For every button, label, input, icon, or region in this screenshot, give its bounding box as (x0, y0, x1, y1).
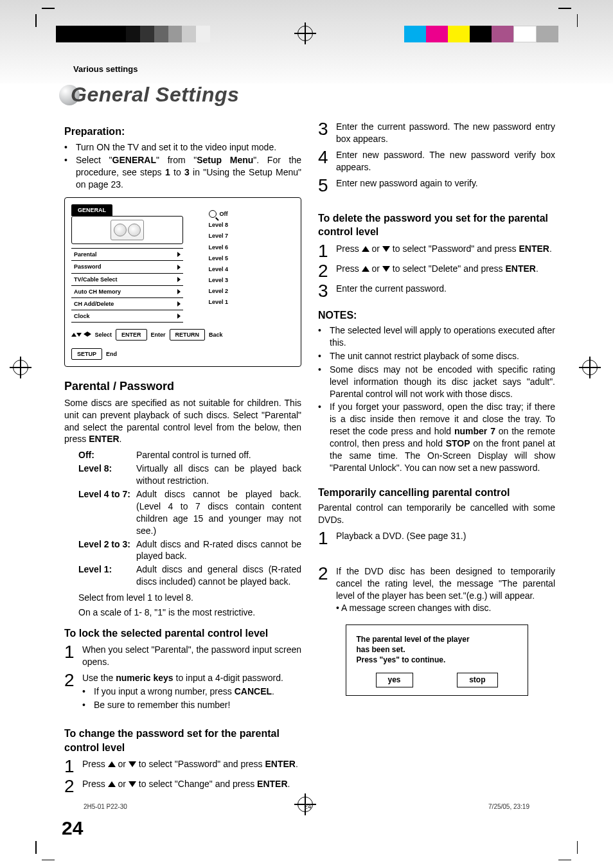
down-arrow-icon (129, 781, 136, 787)
definition-row: Level 8:Virtually all discs can be playe… (78, 463, 301, 487)
right-arrow-icon (177, 252, 181, 257)
dialog-yes-button: yes (376, 673, 413, 687)
osd-screenshot: GENERAL Parental Password TV/Cable Selec… (64, 197, 301, 367)
down-arrow-icon (382, 246, 390, 252)
down-arrow-icon (129, 761, 136, 767)
osd-menu-item: Parental (71, 248, 183, 261)
sub-heading: To delete the password you set for the p… (318, 211, 555, 239)
step: 2 If the DVD disc has been designed to t… (318, 565, 555, 614)
body-text: On a scale of 1- 8, "1" is the most rest… (78, 607, 301, 619)
cassette-icon (111, 220, 144, 240)
sub-heading: To lock the selected parental control le… (64, 626, 301, 641)
step: 3Enter the current password. (318, 283, 555, 299)
definition-row: Level 1:Adult discs and general discs (R… (78, 563, 301, 588)
osd-tab: GENERAL (71, 204, 112, 216)
notes-heading: NOTES: (318, 308, 555, 323)
note-item: •Some discs may not be encoded with spec… (318, 364, 555, 400)
step: 2Press or to select "Change" and press E… (64, 778, 301, 794)
up-arrow-icon (362, 246, 369, 252)
step: 2 Use the numeric keys to input a 4-digi… (64, 672, 301, 713)
dialog-stop-button: stop (457, 673, 497, 687)
section-heading: Parental / Password (64, 378, 301, 394)
osd-menu-item: Auto CH Memory (71, 286, 183, 298)
step: 2Press or to select "Delete" and press E… (318, 263, 555, 279)
down-arrow-icon (382, 266, 390, 272)
step: 3Enter the current password. The new pas… (318, 121, 555, 145)
right-arrow-icon (87, 332, 91, 337)
body-text: Parental control can temporarily be canc… (318, 502, 555, 526)
page-number: 24 (62, 817, 555, 839)
up-arrow-icon (108, 761, 116, 767)
step: 1Press or to select "Password" and press… (64, 758, 301, 774)
osd-menu-item: Password (71, 261, 183, 273)
step: 4Enter new password. The new password ve… (318, 149, 555, 173)
note-item: •The unit cannot restrict playback of so… (318, 350, 555, 362)
note-item: •The selected level will apply to operat… (318, 324, 555, 349)
step: 1Playback a DVD. (See page 31.) (318, 530, 555, 546)
up-arrow-icon (71, 333, 76, 337)
dialog-screenshot: The parental level of the player has bee… (346, 624, 528, 696)
sub-heading: To change the password set for the paren… (64, 727, 301, 754)
prep-item: • Select "GENERAL" from "Setup Menu". Fo… (64, 154, 301, 191)
step: 1When you select "Parental", the passwor… (64, 644, 301, 668)
body-text: Some discs are specified as not suitable… (64, 397, 301, 446)
page-title: General Settings (64, 83, 555, 107)
prep-heading: Preparation: (64, 125, 301, 139)
down-arrow-icon (76, 333, 82, 337)
definition-row: Level 4 to 7:Adult discs cannot be playe… (78, 488, 301, 537)
up-arrow-icon (108, 781, 116, 787)
osd-menu-item: TV/Cable Select (71, 274, 183, 286)
prep-item: •Turn ON the TV and set it to the video … (64, 141, 301, 154)
note-item: •If you forget your password, open the d… (318, 401, 555, 474)
sub-heading: Temporarily cancelling parental control (318, 486, 555, 500)
osd-menu-item: CH Add/Delete (71, 298, 183, 310)
title-text: General Settings (71, 83, 239, 107)
footer: 2H5-01 P22-30 24 7/25/05, 23:19 (84, 803, 529, 810)
breadcrumb: Various settings (73, 64, 555, 74)
step: 5Enter new password again to verify. (318, 177, 555, 193)
body-text: Select from level 1 to level 8. (78, 592, 301, 604)
definition-row: Level 2 to 3:Adult discs and R-rated dis… (78, 538, 301, 563)
magnifier-icon (209, 210, 217, 218)
osd-menu-item: Clock (71, 310, 183, 323)
definition-row: Off:Parental control is turned off. (78, 449, 301, 461)
up-arrow-icon (362, 266, 369, 272)
step: 1Press or to select "Password" and press… (318, 243, 555, 259)
